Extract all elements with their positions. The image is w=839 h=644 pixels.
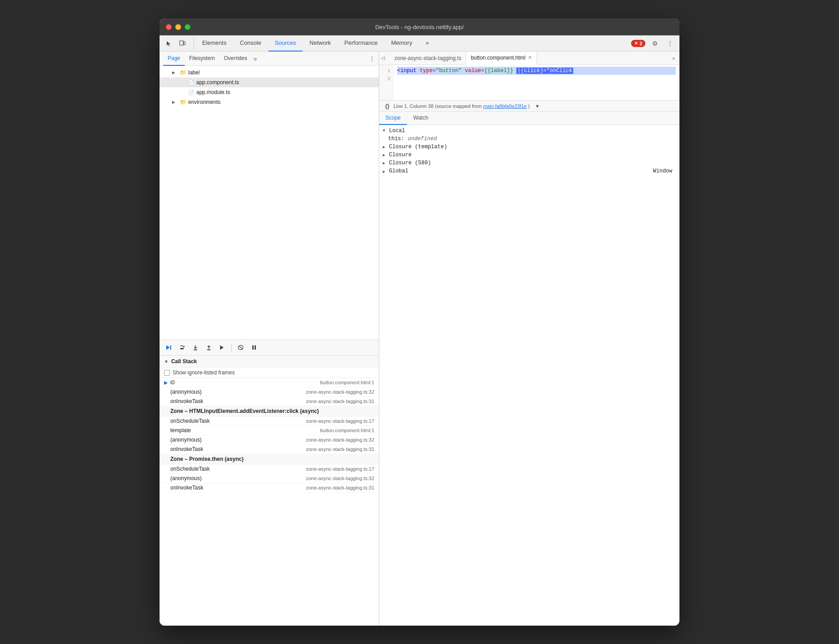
folder-icon: 📁	[179, 69, 186, 76]
tree-item-label-folder[interactable]: ▶ 📁 label	[160, 68, 379, 77]
frame-location-onschedule1: zone-async-stack-tagging.ts:17	[306, 418, 374, 424]
code-area[interactable]: <input type="button" value={{label}} |(c…	[394, 65, 679, 100]
tab-network[interactable]: Network	[303, 35, 337, 52]
step-out-button[interactable]	[203, 342, 214, 353]
file-icon: 📄	[188, 89, 195, 96]
subtab-overrides[interactable]: Overrides	[219, 52, 251, 66]
right-panel: ◁ zone-async-stack-tagging.ts button.com…	[379, 52, 679, 626]
stack-frame-oninvoketask-2[interactable]: onInvokeTask zone-async-stack-tagging.ts…	[160, 445, 379, 454]
stack-frame-oninvoketask-1[interactable]: onInvokeTask zone-async-stack-tagging.ts…	[160, 397, 379, 406]
stack-frame-anonymous-3[interactable]: (anonymous) zone-async-stack-tagging.ts:…	[160, 474, 379, 483]
step-over-button[interactable]	[177, 342, 187, 353]
status-source-mapped-text: (source mapped from	[435, 103, 482, 109]
close-button[interactable]	[166, 24, 172, 30]
active-frame-arrow: ▶	[164, 380, 168, 386]
editor-tab-zone-async-label: zone-async-stack-tagging.ts	[394, 55, 461, 61]
scope-watch-tabs: Scope Watch	[379, 112, 679, 125]
frame-location-i0: button.component.html:1	[320, 380, 374, 385]
subtab-filesystem[interactable]: Filesystem	[185, 52, 219, 66]
editor-tab-close-icon[interactable]: ✕	[528, 55, 532, 60]
error-badge[interactable]: ✕ 2	[631, 40, 645, 47]
resume-button[interactable]	[163, 342, 174, 353]
tab-elements[interactable]: Elements	[196, 35, 233, 52]
file-icon: 📄	[188, 79, 195, 86]
callstack-area: ▼ Call Stack Show ignore-listed frames ▶…	[160, 356, 379, 626]
editor-tab-zone-async[interactable]: zone-async-stack-tagging.ts	[390, 52, 466, 65]
svg-rect-3	[194, 349, 197, 350]
step-into-button[interactable]	[190, 342, 201, 353]
stack-frame-anonymous-2[interactable]: (anonymous) zone-async-stack-tagging.ts:…	[160, 435, 379, 445]
tree-item-environments[interactable]: ▶ 📁 environments	[160, 97, 379, 107]
scope-closure-580-label: Closure (580)	[389, 160, 431, 166]
devtools-window: DevTools - ng-devtools.netlify.app/	[160, 18, 679, 626]
code-line-1: <input type="button" value={{label}} |(c…	[397, 67, 676, 75]
ignore-frames-label: Show ignore-listed frames	[173, 369, 235, 376]
debug-toolbar	[160, 339, 379, 356]
traffic-lights	[166, 24, 190, 30]
tree-item-app-component[interactable]: 📄 app.component.ts	[160, 77, 379, 87]
stack-frame-template[interactable]: template button.component.html:1	[160, 426, 379, 435]
tab-performance[interactable]: Performance	[338, 35, 384, 52]
frame-location-anon1: zone-async-stack-tagging.ts:32	[306, 389, 374, 395]
error-icon: ✕	[634, 41, 638, 46]
svg-line-5	[239, 346, 242, 349]
scope-closure-template[interactable]: ▶ Closure (template)	[379, 143, 679, 151]
svg-rect-7	[255, 345, 256, 350]
error-count: 2	[640, 41, 642, 46]
status-settings-button[interactable]: ▼	[533, 102, 541, 110]
code-value-label: {{label}}	[484, 68, 513, 74]
tab-more[interactable]: »	[420, 35, 435, 52]
editor-tab-more-icon[interactable]: »	[670, 56, 678, 61]
frame-name-oninvoke1: onInvokeTask	[170, 398, 306, 404]
folder-environments-label: environments	[188, 99, 221, 105]
scope-local-label: Local	[389, 128, 405, 134]
scope-closure[interactable]: ▶ Closure	[379, 151, 679, 159]
cursor-icon[interactable]	[163, 38, 175, 49]
frame-location-anon3: zone-async-stack-tagging.ts:32	[306, 476, 374, 481]
more-options-button[interactable]: ⋮	[664, 38, 676, 49]
folder-collapse-arrow: ▶	[172, 70, 177, 75]
tree-item-app-module[interactable]: 📄 app.module.ts	[160, 87, 379, 97]
editor-tab-back-icon[interactable]: ◁	[381, 55, 390, 61]
tab-watch[interactable]: Watch	[407, 112, 435, 125]
stack-frame-anonymous-1[interactable]: (anonymous) zone-async-stack-tagging.ts:…	[160, 387, 379, 397]
device-icon[interactable]	[177, 38, 188, 49]
tab-sources[interactable]: Sources	[268, 35, 303, 52]
code-tag-input: <input	[397, 68, 416, 74]
stack-frame-i0[interactable]: ▶ i0 button.component.html:1	[160, 378, 379, 387]
code-attr-value: value=	[465, 68, 484, 74]
scope-closure-580-arrow: ▶	[383, 161, 387, 166]
subtab-more-icon[interactable]: »	[253, 55, 257, 62]
pause-exceptions-button[interactable]	[249, 342, 259, 353]
scope-local-section[interactable]: ▼ Local	[379, 127, 679, 135]
status-line-col: Line 1, Column 38	[394, 103, 433, 109]
step-button[interactable]	[217, 342, 228, 353]
frame-name-anon1: (anonymous)	[170, 389, 306, 395]
tab-scope[interactable]: Scope	[379, 112, 407, 125]
frame-name-oninvoke2: onInvokeTask	[170, 446, 306, 452]
stack-frame-onscheduletask-1[interactable]: onScheduleTask zone-async-stack-tagging.…	[160, 416, 379, 426]
stack-frame-onscheduletask-2[interactable]: onScheduleTask zone-async-stack-tagging.…	[160, 464, 379, 474]
top-toolbar: Elements Console Sources Network Perform…	[160, 35, 679, 52]
format-button[interactable]: {}	[383, 102, 392, 111]
tab-memory[interactable]: Memory	[385, 35, 419, 52]
source-mapped-link[interactable]: main.fa8bfa0e23f1e	[483, 103, 527, 109]
code-line-2	[397, 75, 676, 83]
scope-this-item[interactable]: this: undefined	[379, 135, 679, 143]
toolbar-right: ✕ 2 ⚙ ⋮	[631, 38, 676, 49]
subtab-menu-icon[interactable]: ⋮	[369, 55, 375, 62]
deactivate-breakpoints-button[interactable]	[235, 342, 246, 353]
callstack-header[interactable]: ▼ Call Stack	[160, 356, 379, 368]
scope-global[interactable]: ▶ Global Window	[379, 167, 679, 175]
tab-console[interactable]: Console	[234, 35, 268, 52]
minimize-button[interactable]	[175, 24, 181, 30]
fullscreen-button[interactable]	[185, 24, 190, 30]
code-attr-type: type=	[420, 68, 436, 74]
scope-closure-580[interactable]: ▶ Closure (580)	[379, 159, 679, 167]
frame-location-oninvoke1: zone-async-stack-tagging.ts:31	[306, 399, 374, 404]
subtab-page[interactable]: Page	[163, 52, 185, 66]
ignore-frames-checkbox[interactable]	[164, 370, 170, 376]
settings-button[interactable]: ⚙	[649, 38, 661, 49]
stack-frame-oninvoketask-3[interactable]: onInvokeTask zone-async-stack-tagging.ts…	[160, 483, 379, 493]
editor-tab-button-component[interactable]: button.component.html ✕	[466, 52, 537, 65]
